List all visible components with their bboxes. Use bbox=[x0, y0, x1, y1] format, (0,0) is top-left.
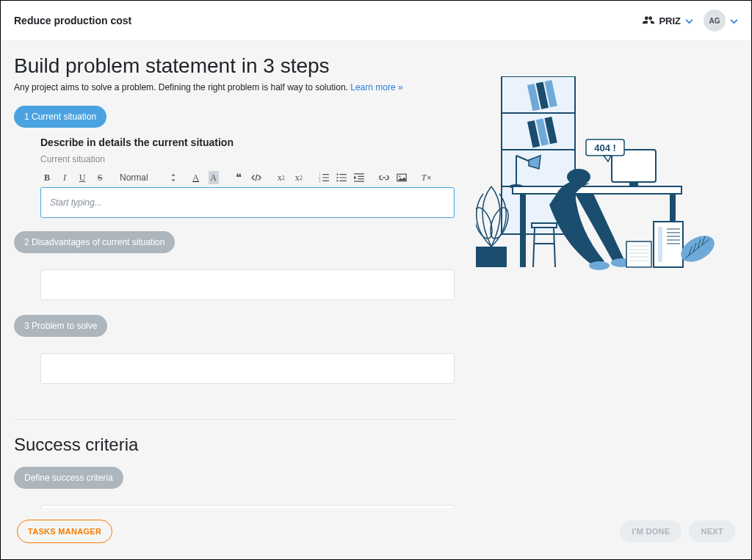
avatar: AG bbox=[704, 10, 726, 32]
blockquote-button[interactable]: ❝ bbox=[234, 171, 244, 184]
done-button[interactable]: I'M DONE bbox=[620, 520, 682, 542]
step-pill-1[interactable]: 1 Current situation bbox=[14, 106, 106, 128]
format-select[interactable]: Normal bbox=[120, 172, 176, 183]
bg-color-button[interactable]: A bbox=[209, 171, 219, 184]
bold-button[interactable]: B bbox=[42, 171, 52, 184]
superscript-button[interactable]: x2 bbox=[294, 171, 304, 184]
svg-rect-25 bbox=[520, 194, 526, 267]
chevron-down-icon bbox=[730, 14, 738, 27]
group-icon bbox=[643, 15, 654, 26]
next-button[interactable]: NEXT bbox=[689, 520, 735, 542]
editor-placeholder: Start typing... bbox=[50, 197, 102, 208]
app-header: Reduce production cost PRIZ AG bbox=[1, 1, 751, 41]
problem-editor[interactable] bbox=[40, 353, 455, 384]
tasks-manager-button[interactable]: TASKS MANAGER bbox=[17, 520, 112, 543]
underline-button[interactable]: U bbox=[77, 171, 87, 184]
svg-point-7 bbox=[399, 175, 400, 177]
chevron-down-icon bbox=[685, 15, 693, 26]
illustration-404: 404 ! bbox=[476, 76, 718, 282]
project-title: Reduce production cost bbox=[14, 15, 131, 26]
main-content: Build problem statement in 3 steps Any p… bbox=[1, 41, 751, 508]
footer: TASKS MANAGER I'M DONE NEXT bbox=[1, 508, 751, 559]
success-pill[interactable]: Define success criteria bbox=[14, 467, 123, 489]
code-block-button[interactable] bbox=[251, 171, 261, 184]
strike-button[interactable]: S bbox=[95, 171, 105, 184]
svg-point-22 bbox=[476, 206, 496, 241]
illustration-panel: 404 ! bbox=[472, 54, 722, 508]
step-pill-3[interactable]: 3 Problem to solve bbox=[14, 315, 107, 337]
svg-rect-21 bbox=[476, 247, 507, 267]
user-menu[interactable]: AG bbox=[704, 10, 738, 32]
svg-point-35 bbox=[589, 261, 610, 270]
svg-rect-32 bbox=[629, 182, 638, 186]
svg-point-3 bbox=[336, 174, 338, 175]
unordered-list-button[interactable] bbox=[336, 171, 347, 184]
svg-rect-38 bbox=[658, 227, 662, 262]
indent-button[interactable] bbox=[354, 171, 364, 184]
image-button[interactable] bbox=[397, 171, 407, 184]
editor-toolbar: B I U S Normal bbox=[40, 167, 455, 187]
org-name: PRIZ bbox=[659, 15, 681, 26]
step1-heading: Describe in details the current situatio… bbox=[40, 137, 455, 148]
header-right: PRIZ AG bbox=[643, 10, 738, 32]
disadvantages-editor[interactable] bbox=[40, 269, 455, 300]
ordered-list-button[interactable]: 123 bbox=[319, 171, 329, 184]
clear-format-button[interactable]: T✕ bbox=[422, 171, 432, 184]
page-subtitle: Any project aims to solve a problem. Def… bbox=[14, 82, 455, 92]
svg-point-5 bbox=[336, 180, 338, 181]
situation-editor[interactable]: Start typing... bbox=[40, 187, 455, 218]
svg-rect-24 bbox=[513, 186, 682, 194]
learn-more-link[interactable]: Learn more » bbox=[350, 82, 402, 92]
svg-point-4 bbox=[336, 177, 338, 178]
page-title: Build problem statement in 3 steps bbox=[14, 54, 455, 78]
org-selector[interactable]: PRIZ bbox=[643, 15, 693, 26]
italic-button[interactable]: I bbox=[59, 171, 70, 184]
text-color-button[interactable]: A bbox=[191, 171, 201, 184]
subscript-button[interactable]: x2 bbox=[276, 171, 286, 184]
success-title: Success criteria bbox=[14, 434, 455, 455]
step-pill-2[interactable]: 2 Disadvantages of current situation bbox=[14, 231, 175, 253]
link-button[interactable] bbox=[379, 171, 389, 184]
step1-field-label: Current situation bbox=[40, 154, 455, 164]
svg-text:3: 3 bbox=[319, 179, 320, 182]
bubble-text: 404 ! bbox=[594, 142, 616, 153]
svg-rect-44 bbox=[626, 241, 651, 267]
